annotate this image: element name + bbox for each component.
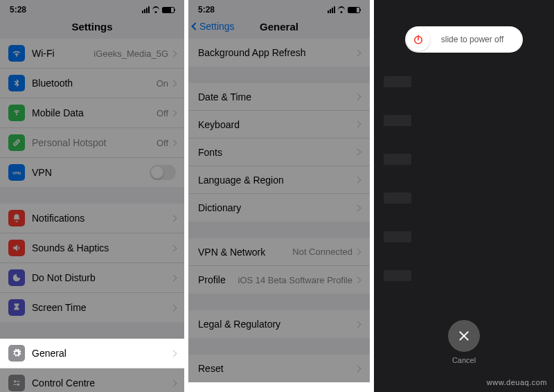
svg-rect-2 bbox=[17, 381, 20, 382]
row-label: Profile bbox=[198, 274, 238, 285]
cellular-icon bbox=[142, 6, 150, 13]
row-label: Do Not Disturb bbox=[32, 272, 171, 283]
header: Settings General bbox=[188, 17, 370, 39]
row-do-not-disturb[interactable]: Do Not Disturb bbox=[0, 263, 184, 293]
cellular-icon bbox=[328, 6, 335, 13]
power-off-slider[interactable]: slide to power off bbox=[405, 26, 523, 53]
chevron-right-icon bbox=[355, 149, 361, 156]
row-sounds-haptics[interactable]: Sounds & Haptics bbox=[0, 233, 184, 263]
shut-down-button[interactable]: Shut Down bbox=[188, 382, 370, 392]
row-detail: iGeeks_Media_5G bbox=[93, 48, 168, 59]
row-label: Legal & Regulatory bbox=[198, 319, 355, 330]
wifi-icon bbox=[152, 6, 160, 13]
watermark: www.deuaq.com bbox=[487, 378, 547, 386]
row-label: General bbox=[32, 348, 171, 359]
svg-rect-4 bbox=[13, 384, 17, 385]
row-label: Fonts bbox=[198, 147, 355, 158]
row-dictionary[interactable]: Dictionary bbox=[188, 194, 370, 222]
row-general[interactable]: General bbox=[0, 339, 184, 368]
header: Settings bbox=[0, 17, 184, 39]
wifi-icon bbox=[8, 45, 25, 62]
slider-label: slide to power off bbox=[431, 35, 523, 44]
row-reset[interactable]: Reset bbox=[188, 355, 370, 382]
back-button[interactable]: Settings bbox=[193, 21, 235, 32]
status-bar: 5:28 bbox=[0, 0, 184, 17]
row-label: Dictionary bbox=[198, 202, 355, 213]
moon-icon bbox=[8, 269, 25, 286]
svg-text:VPN: VPN bbox=[12, 171, 21, 175]
chevron-right-icon bbox=[355, 49, 361, 56]
row-label: Control Centre bbox=[32, 377, 171, 389]
chevron-right-icon bbox=[170, 350, 177, 357]
chevron-right-icon bbox=[170, 215, 177, 222]
status-time: 5:28 bbox=[10, 5, 26, 15]
settings-group: VPN & NetworkNot ConnectedProfileiOS 14 … bbox=[188, 238, 370, 294]
settings-group: GeneralControl CentreAADisplay & Brightn… bbox=[0, 339, 184, 392]
power-off-screen: slide to power off Cancel bbox=[374, 0, 554, 392]
status-bar: 5:28 bbox=[188, 0, 370, 17]
row-label: Sounds & Haptics bbox=[32, 242, 171, 253]
chevron-right-icon bbox=[355, 93, 361, 100]
row-label: Language & Region bbox=[198, 175, 355, 186]
wifi-icon bbox=[337, 6, 346, 13]
chevron-right-icon bbox=[355, 276, 361, 283]
row-language-region[interactable]: Language & Region bbox=[188, 166, 370, 194]
row-bluetooth[interactable]: BluetoothOn bbox=[0, 69, 184, 98]
row-profile[interactable]: ProfileiOS 14 Beta Software Profile bbox=[188, 266, 370, 294]
power-icon[interactable] bbox=[406, 28, 430, 51]
bell-icon bbox=[8, 210, 25, 226]
row-keyboard[interactable]: Keyboard bbox=[188, 111, 370, 139]
chevron-right-icon bbox=[355, 177, 361, 184]
hourglass-icon bbox=[8, 299, 25, 316]
row-background-app-refresh[interactable]: Background App Refresh bbox=[188, 39, 370, 66]
status-time: 5:28 bbox=[198, 5, 215, 15]
chevron-right-icon bbox=[355, 365, 361, 372]
settings-group: Reset bbox=[188, 355, 370, 382]
antenna-icon bbox=[8, 105, 25, 121]
settings-group: Wi-FiiGeeks_Media_5GBluetoothOnMobile Da… bbox=[0, 39, 184, 187]
row-label: Screen Time bbox=[32, 302, 171, 313]
row-wi-fi[interactable]: Wi-FiiGeeks_Media_5G bbox=[0, 39, 184, 69]
chevron-right-icon bbox=[170, 139, 177, 146]
chevron-right-icon bbox=[170, 244, 177, 251]
row-notifications[interactable]: Notifications bbox=[0, 204, 184, 233]
chevron-right-icon bbox=[170, 109, 177, 116]
general-screen: 5:28 Settings General Background App Ref… bbox=[188, 0, 370, 392]
status-icons bbox=[328, 6, 360, 13]
chevron-right-icon bbox=[170, 380, 177, 386]
row-label: Background App Refresh bbox=[198, 47, 355, 58]
row-legal-regulatory[interactable]: Legal & Regulatory bbox=[188, 310, 370, 338]
switches-icon bbox=[8, 375, 25, 391]
row-label: Wi-Fi bbox=[32, 48, 93, 59]
row-date-time[interactable]: Date & Time bbox=[188, 83, 370, 111]
page-title: General bbox=[260, 21, 298, 33]
toggle[interactable] bbox=[150, 165, 176, 180]
chevron-right-icon bbox=[170, 304, 177, 311]
dimmed-background-rows bbox=[384, 76, 544, 309]
close-icon bbox=[448, 320, 480, 352]
row-control-centre[interactable]: Control Centre bbox=[0, 368, 184, 392]
row-label: Mobile Data bbox=[32, 107, 157, 118]
page-title: Settings bbox=[71, 21, 112, 33]
cancel-button[interactable]: Cancel bbox=[448, 320, 480, 364]
battery-icon bbox=[162, 7, 175, 13]
row-label: Personal Hotspot bbox=[32, 137, 157, 148]
row-detail: Off bbox=[157, 138, 168, 148]
row-label: Bluetooth bbox=[32, 78, 157, 89]
row-screen-time[interactable]: Screen Time bbox=[0, 293, 184, 322]
row-personal-hotspot[interactable]: Personal HotspotOff bbox=[0, 128, 184, 158]
chevron-right-icon bbox=[355, 204, 361, 211]
row-detail: Not Connected bbox=[292, 247, 352, 257]
bluetooth-icon bbox=[8, 75, 25, 91]
chevron-right-icon bbox=[355, 321, 361, 328]
row-fonts[interactable]: Fonts bbox=[188, 139, 370, 166]
row-mobile-data[interactable]: Mobile DataOff bbox=[0, 98, 184, 128]
row-label: Keyboard bbox=[198, 119, 355, 130]
row-vpn-network[interactable]: VPN & NetworkNot Connected bbox=[188, 238, 370, 266]
chevron-right-icon bbox=[355, 121, 361, 128]
settings-group: Background App Refresh bbox=[188, 39, 370, 66]
svg-point-3 bbox=[17, 384, 19, 386]
link-icon bbox=[8, 134, 25, 151]
row-vpn[interactable]: VPNVPN bbox=[0, 158, 184, 187]
row-detail: iOS 14 Beta Software Profile bbox=[238, 275, 352, 285]
